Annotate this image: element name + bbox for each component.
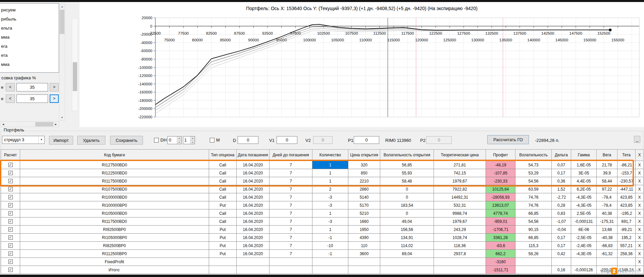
scroll-left-icon[interactable]: ◀ (0, 122, 6, 127)
days-cell[interactable]: 7 (269, 185, 312, 193)
row-select-cell[interactable]: ✓ (1, 217, 20, 226)
qty-cell[interactable]: 1 (312, 177, 348, 185)
days-cell[interactable]: 7 (269, 201, 312, 209)
dh-spinner-2[interactable]: 1 ▲ ▼ (183, 136, 195, 144)
days-cell[interactable]: 7 (269, 250, 312, 258)
days-cell[interactable]: 7 (269, 161, 312, 169)
row-checkbox[interactable]: ✓ (8, 235, 13, 240)
profit-cell[interactable]: 4778,74 (486, 209, 515, 217)
delta-cell[interactable]: 1,52 (552, 185, 571, 193)
row-checkbox[interactable]: ✓ (8, 187, 13, 191)
theo-cell[interactable]: 1979,67 (434, 177, 486, 185)
open-price-cell[interactable] (348, 258, 380, 266)
type-cell[interactable]: Call (209, 217, 237, 226)
days-cell[interactable] (269, 266, 312, 274)
qty-cell[interactable]: -1 (312, 250, 348, 258)
gamma-cell[interactable]: -4,3E-05 (571, 193, 597, 201)
row-select-cell[interactable]: ✓ (1, 161, 20, 169)
scrollbar-thumb[interactable] (73, 62, 77, 91)
open-vol-cell[interactable] (380, 266, 434, 274)
delta-cell[interactable]: 0,16 (552, 266, 571, 274)
row-checkbox[interactable]: ✓ (8, 268, 13, 272)
graph-scale-input[interactable]: 35 (16, 83, 48, 91)
date-cell[interactable] (237, 266, 269, 274)
theo-cell[interactable]: 1979,67 (434, 217, 486, 226)
profit-cell[interactable]: 662,2 (486, 250, 515, 258)
p1-input[interactable]: 0 (354, 136, 379, 144)
type-cell[interactable]: Call (209, 209, 237, 217)
delete-row-button[interactable]: X (636, 242, 644, 250)
row-select-cell[interactable]: ✓ (1, 209, 20, 217)
profit-cell[interactable]: -230,33 (486, 177, 515, 185)
security-code-cell[interactable]: RI100000BP0 (20, 201, 209, 209)
open-vol-cell[interactable]: 0 (380, 209, 434, 217)
security-code-cell[interactable]: RI122500BD0 (20, 169, 209, 177)
open-vol-cell[interactable]: 55,93 (380, 169, 434, 177)
profit-cell[interactable]: -83,6 (486, 242, 515, 250)
type-cell[interactable]: Call (209, 161, 237, 169)
increase-button[interactable]: > (50, 83, 59, 91)
open-price-cell[interactable]: 110 (348, 242, 380, 250)
vol-cell[interactable] (515, 258, 552, 266)
date-cell[interactable]: 16.04.2020 (237, 234, 269, 242)
draw-option-item[interactable]: ега (0, 42, 59, 51)
row-checkbox[interactable]: ✓ (8, 211, 13, 215)
theo-cell[interactable]: 2937,8 (434, 250, 486, 258)
decrease-button[interactable]: < (6, 94, 15, 103)
decrease-button[interactable]: < (6, 83, 15, 91)
row-checkbox[interactable]: ✓ (8, 260, 13, 264)
theo-cell[interactable]: 742,15 (434, 169, 486, 177)
theo-cell[interactable]: 9988,74 (434, 209, 486, 217)
open-vol-cell[interactable]: 69,04 (380, 250, 434, 258)
security-code-cell[interactable]: RI107500BD0 (20, 185, 209, 193)
delete-row-button[interactable]: X (636, 161, 644, 169)
delete-row-button[interactable]: X (636, 234, 644, 242)
vol-cell[interactable]: 66,85 (515, 234, 552, 242)
vega-cell[interactable]: 13,68 (597, 226, 617, 234)
vega-cell[interactable] (597, 258, 617, 266)
gamma-cell[interactable]: 6E-06 (571, 226, 597, 234)
dh-checkbox[interactable] (154, 138, 159, 143)
theta-cell[interactable]: 691,7 (617, 217, 636, 226)
row-checkbox[interactable]: ✓ (8, 219, 13, 224)
delete-row-button[interactable]: X (636, 250, 644, 258)
panel-vertical-scrollbar[interactable]: ▲ ▼ (59, 3, 65, 121)
security-code-cell[interactable]: Итого: (20, 266, 209, 274)
theta-cell[interactable]: 423,85 (617, 201, 636, 209)
open-price-cell[interactable]: 320 (348, 161, 380, 169)
column-header[interactable]: Вега (597, 150, 617, 161)
delete-row-button[interactable]: X (636, 201, 644, 209)
column-header[interactable]: Волатильность (515, 150, 552, 161)
profit-cell[interactable]: 10125,64 (486, 185, 515, 193)
open-vol-cell[interactable]: 0 (380, 185, 434, 193)
security-code-cell[interactable]: RI117500BD0 (20, 217, 209, 226)
qty-cell[interactable]: -1 (312, 234, 348, 242)
delete-row-button[interactable]: X (636, 258, 644, 266)
delete-row-button[interactable]: X (636, 217, 644, 226)
date-cell[interactable]: 16.04.2020 (237, 161, 269, 169)
profit-cell[interactable]: 3361,26 (486, 234, 515, 242)
theo-cell[interactable]: 1028,74 (434, 234, 486, 242)
spinner-down-icon[interactable]: ▼ (177, 140, 181, 144)
profit-cell[interactable]: -959,01 (486, 217, 515, 226)
gamma-cell[interactable]: -2,5E-05 (571, 234, 597, 242)
vol-cell[interactable]: 54,56 (515, 217, 552, 226)
graph-scale-input[interactable]: 35 (16, 94, 48, 103)
vega-cell[interactable]: 97,22 (597, 185, 617, 193)
delta-cell[interactable] (552, 258, 571, 266)
vega-cell[interactable]: -61,32 (597, 250, 617, 258)
column-header[interactable]: Теоретическая цена (434, 150, 486, 161)
vega-cell[interactable]: 58,44 (597, 177, 617, 185)
type-cell[interactable] (209, 266, 237, 274)
profit-cell[interactable]: 13913,07 (486, 201, 515, 209)
theta-cell[interactable]: -230,57 (617, 177, 636, 185)
row-checkbox[interactable]: ✓ (8, 163, 13, 167)
open-vol-cell[interactable] (380, 258, 434, 266)
profit-cell[interactable]: -3160 (486, 258, 515, 266)
payoff-chart-area[interactable]: 200000-20000-40000-60000-80000-100000-12… (80, 2, 644, 127)
column-header[interactable]: Тип опциона (209, 150, 237, 161)
open-price-cell[interactable]: 5140 (348, 193, 380, 201)
qty-cell[interactable]: 1 (312, 226, 348, 234)
open-price-cell[interactable]: 2210 (348, 177, 380, 185)
theo-cell[interactable]: 7922,82 (434, 185, 486, 193)
